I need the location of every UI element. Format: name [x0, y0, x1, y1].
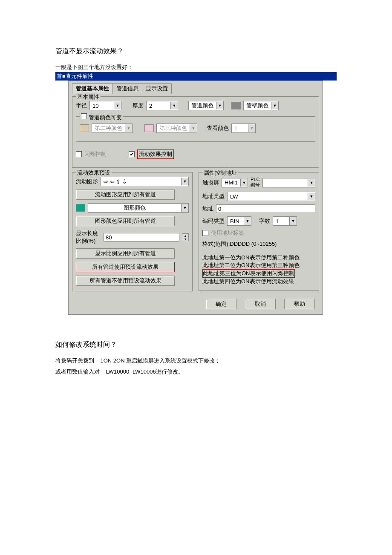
window-titlebar: 首■直元件雇性	[55, 72, 337, 81]
wordcnt-label: 字数	[259, 217, 270, 225]
shape-color-dropdown[interactable]: 图形颜色▼	[88, 203, 189, 213]
tab-info[interactable]: 管道信息	[112, 83, 142, 94]
radius-input[interactable]: 10▼	[89, 101, 121, 110]
group-address: 属性控制地址 触摸屏 HMI1▼ PLC 编号 ▼ 地址类型 LW▼ 地址 编码…	[199, 172, 319, 291]
length-ratio-input[interactable]	[104, 233, 179, 242]
color3-swatch	[144, 124, 154, 132]
cancel-button[interactable]: 取消	[245, 299, 276, 309]
chevron-down-icon[interactable]: ▼	[244, 217, 251, 225]
dialog-body: 管道基本属性 管道信息 显示设置 基本属性 半径 10▼ 厚度 2▼ 管道颜色▼…	[68, 81, 323, 315]
flash-label: 闪烁控制	[84, 150, 107, 158]
help-button[interactable]: 帮助	[284, 299, 315, 309]
view-color-label: 查看颜色	[207, 124, 229, 132]
all-not-use-preset-button[interactable]: 所有管道不使用预设流动效果	[76, 276, 175, 286]
chevron-down-icon[interactable]: ▼	[308, 179, 315, 187]
thickness-input[interactable]: 2▼	[146, 101, 178, 110]
flow-checkbox[interactable]: ✔	[129, 151, 135, 157]
length-spinner[interactable]: ▲▼	[182, 233, 189, 241]
color-var-label: 管道颜色可变	[89, 114, 122, 121]
chevron-down-icon[interactable]: ▼	[182, 237, 188, 241]
flow-shape-dropdown[interactable]: ⇨ ⇦ ⇧ ⇩▼	[101, 177, 189, 186]
radius-label: 半径	[76, 102, 87, 109]
chevron-down-icon[interactable]: ▼	[114, 102, 121, 109]
flow-label: 流动效果控制	[137, 150, 174, 159]
format-label: 格式(范围):DDDDD (0~10255)	[202, 240, 315, 248]
plc-dropdown[interactable]: ▼	[262, 178, 315, 187]
touch-dropdown[interactable]: HMI1▼	[222, 178, 248, 187]
addr-line2: 此地址第二位为ON表示使用第三种颜色	[202, 262, 315, 269]
shape-color-swatch	[76, 204, 85, 212]
q2-line1b: 1ON 2ON 重启触摸屏进入系统设置模式下修改；	[100, 357, 220, 364]
tab-basic[interactable]: 管道基本属性	[72, 83, 113, 94]
group-color-variable: 管道颜色可变 第二种颜色▼ 第三种颜色▼ 查看颜色 1▼	[76, 116, 315, 142]
pipe-color-dropdown[interactable]: 管道颜色▼	[188, 101, 224, 110]
chevron-down-icon[interactable]: ▼	[289, 217, 297, 225]
color-var-checkbox[interactable]	[81, 113, 87, 119]
tab-display[interactable]: 显示设置	[142, 83, 172, 94]
color2-swatch	[80, 124, 89, 132]
addr-line3: 此地址第三位为ON表示使用闪烁控制	[202, 269, 295, 278]
addr-input[interactable]	[216, 204, 315, 213]
wall-color-swatch	[231, 102, 241, 109]
addr-line1: 此地址第一位为ON表示使用第二种颜色	[202, 254, 315, 262]
addr-line4: 此地址第四位为ON表示使用流动效果	[202, 278, 315, 285]
addrtype-label: 地址类型	[202, 193, 225, 200]
chevron-down-icon: ▼	[248, 124, 255, 132]
length-ratio-label: 显示长度比例(%)	[76, 230, 101, 245]
group-address-legend: 属性控制地址	[202, 169, 238, 177]
apply-shape-button[interactable]: 流动图形应用到所有管道	[76, 190, 175, 200]
view-color-dropdown: 1▼	[231, 124, 256, 133]
addrtype-dropdown[interactable]: LW▼	[227, 192, 315, 201]
group-basic-legend: 基本属性	[76, 93, 101, 101]
codetype-label: 编码类型	[202, 217, 225, 225]
thickness-label: 厚度	[133, 102, 144, 109]
codetype-dropdown[interactable]: BIN▼	[227, 216, 251, 226]
group-preset-legend: 流动效果预设	[76, 169, 112, 177]
ok-button[interactable]: 确定	[206, 299, 236, 309]
question2: 如何修改系统时间？	[55, 340, 337, 349]
chevron-down-icon[interactable]: ▼	[240, 179, 248, 187]
apply-color-button[interactable]: 图形颜色应用到所有管道	[76, 216, 175, 226]
q2-line1a: 将拨码开关拨到	[55, 357, 94, 364]
flow-shape-label: 流动图形	[76, 178, 98, 185]
wall-color-dropdown[interactable]: 管壁颜色▼	[243, 101, 279, 110]
apply-ratio-button[interactable]: 显示比例应用到所有管道	[76, 248, 175, 259]
chevron-down-icon[interactable]: ▼	[181, 204, 188, 212]
q2-line2a: 或者用数值输入对	[55, 368, 100, 375]
plc-label: PLC 编号	[251, 177, 260, 188]
question1: 管道不显示流动效果？	[55, 47, 337, 56]
wordcnt-dropdown[interactable]: 1▼	[273, 216, 297, 226]
chevron-down-icon[interactable]: ▼	[170, 102, 178, 109]
color3-dropdown: 第三种颜色▼	[156, 124, 197, 133]
addr-label: 地址	[202, 205, 213, 213]
subline: 一般是下图三个地方没设置好：	[55, 63, 337, 71]
usetag-checkbox[interactable]	[202, 230, 208, 236]
chevron-up-icon[interactable]: ▲	[182, 234, 188, 237]
chevron-down-icon[interactable]: ▼	[181, 178, 188, 185]
chevron-down-icon[interactable]: ▼	[216, 102, 223, 109]
chevron-down-icon[interactable]: ▼	[308, 193, 315, 200]
chevron-down-icon[interactable]: ▼	[271, 102, 278, 109]
q2-line2b: LW10000 -LW10006进行修改。	[106, 368, 183, 375]
touch-label: 触摸屏	[202, 179, 219, 187]
usetag-label: 使用地址标签	[211, 229, 244, 237]
chevron-down-icon: ▼	[190, 124, 197, 132]
chevron-down-icon: ▼	[125, 124, 132, 132]
color2-dropdown: 第二种颜色▼	[92, 124, 133, 133]
all-use-preset-button[interactable]: 所有管道使用预设流动效果	[76, 262, 175, 272]
group-basic: 基本属性 半径 10▼ 厚度 2▼ 管道颜色▼ 管壁颜色▼ 管道颜色可变 第二种…	[72, 96, 319, 168]
flash-checkbox[interactable]	[76, 151, 82, 157]
group-preset: 流动效果预设 流动图形 ⇨ ⇦ ⇧ ⇩▼ 流动图形应用到所有管道 图形颜色▼ 图…	[72, 172, 193, 291]
